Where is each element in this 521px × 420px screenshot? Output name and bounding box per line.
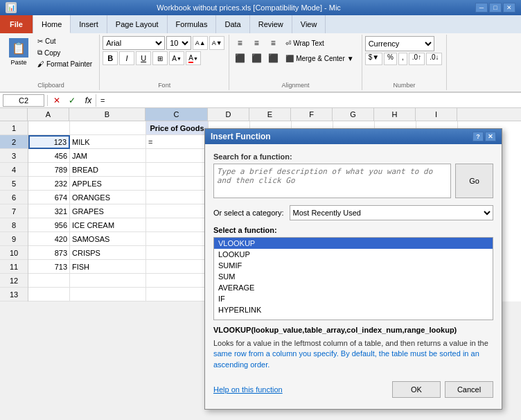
search-row: Go <box>213 164 493 198</box>
function-item-average[interactable]: AVERAGE <box>214 282 493 293</box>
insert-function-dialog: Insert Function ? ✕ Search for a functio… <box>204 128 502 301</box>
function-item-lookup[interactable]: LOOKUP <box>214 249 493 260</box>
dialog-content: Search for a function: Go Or select a ca… <box>205 144 502 301</box>
function-item-if[interactable]: IF <box>214 293 493 301</box>
dialog-title-buttons[interactable]: ? ✕ <box>473 132 496 141</box>
category-select[interactable]: Most Recently Used All Financial Date & … <box>290 205 494 220</box>
dialog-help-button[interactable]: ? <box>473 132 484 141</box>
category-label: Or select a category: <box>213 209 284 217</box>
function-item-sum[interactable]: SUM <box>214 271 493 282</box>
category-row: Or select a category: Most Recently Used… <box>213 205 493 220</box>
function-label: Select a function: <box>213 226 493 234</box>
search-label: Search for a function: <box>213 152 493 161</box>
dialog-title: Insert Function <box>211 132 271 141</box>
function-list-container: VLOOKUPLOOKUPSUMIFSUMAVERAGEIFHYPERLINK <box>213 237 493 301</box>
function-list[interactable]: VLOOKUPLOOKUPSUMIFSUMAVERAGEIFHYPERLINK <box>213 237 493 301</box>
function-item-sumif[interactable]: SUMIF <box>214 260 493 271</box>
dialog-close-button[interactable]: ✕ <box>485 132 496 141</box>
dialog-titlebar: Insert Function ? ✕ <box>205 129 502 144</box>
function-item-vlookup[interactable]: VLOOKUP <box>214 238 493 249</box>
go-button[interactable]: Go <box>455 164 493 198</box>
dialog-overlay: Insert Function ? ✕ Search for a functio… <box>0 0 521 301</box>
search-textarea[interactable] <box>213 164 451 198</box>
